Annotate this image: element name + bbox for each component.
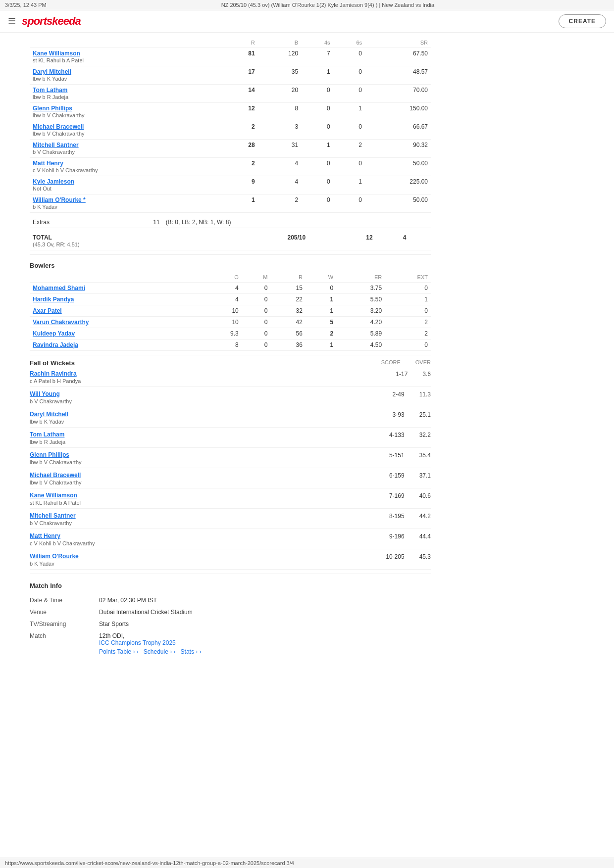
extras-detail: (B: 0, LB: 2, NB: 1, W: 8) <box>163 217 431 228</box>
bowler-er: 5.50 <box>336 294 385 305</box>
bowler-col-m: M <box>242 272 271 283</box>
bowler-overs: 10 <box>202 317 242 328</box>
fow-score-header: SCORE <box>381 359 401 367</box>
fow-player-info: Rachin Ravindra c A Patel b H Pandya <box>30 370 81 385</box>
bowler-name-link[interactable]: Varun Chakravarthy <box>33 319 89 326</box>
points-table-link[interactable]: Points Table › <box>99 648 139 655</box>
batsman-sixes: 1 <box>333 176 365 194</box>
fow-over: 3.6 <box>422 371 431 385</box>
bowler-er: 4.20 <box>336 317 385 328</box>
batsman-balls: 2 <box>258 194 301 213</box>
bowler-ext: 0 <box>385 283 431 294</box>
bowler-name-link[interactable]: Axar Patel <box>33 307 62 314</box>
fow-player-link[interactable]: William O'Rourke <box>30 553 79 560</box>
fow-score-values: 3-93 25.1 <box>386 410 431 425</box>
batsman-name-link[interactable]: Tom Latham <box>33 87 67 94</box>
bowler-er: 3.20 <box>336 305 385 317</box>
fow-player-link[interactable]: Michael Bracewell <box>30 472 81 479</box>
batsman-fours: 0 <box>301 103 333 121</box>
fow-player-link[interactable]: Daryl Mitchell <box>30 411 68 418</box>
fow-over: 32.2 <box>419 432 431 445</box>
batsman-name-link[interactable]: Daryl Mitchell <box>33 68 71 75</box>
batting-row: Matt Henry c V Kohli b V Chakravarthy 2 … <box>30 158 431 176</box>
bowler-wickets: 2 <box>306 328 336 339</box>
icc-champions-trophy-link[interactable]: ICC Champions Trophy 2025 <box>99 639 176 646</box>
hamburger-icon[interactable]: ☰ <box>8 16 16 27</box>
bowlers-table: O M R W ER EXT Mohammed Shami 4 0 15 0 3… <box>30 272 431 351</box>
bowler-wickets: 0 <box>306 283 336 294</box>
batsman-runs: 1 <box>224 194 258 213</box>
bowler-wickets: 5 <box>306 317 336 328</box>
fow-score-values: 8-195 44.2 <box>386 512 431 527</box>
fow-item: Matt Henry c V Kohli b V Chakravarthy 9-… <box>30 532 431 549</box>
fow-player-link[interactable]: Mitchell Santner <box>30 512 76 519</box>
fow-list: Rachin Ravindra c A Patel b H Pandya 1-1… <box>30 370 431 570</box>
fow-score: 9-196 <box>389 533 405 547</box>
fow-player-link[interactable]: Kane Williamson <box>30 492 77 499</box>
batsman-name-link[interactable]: William O'Rourke * <box>33 196 86 203</box>
bowler-name-link[interactable]: Hardik Pandya <box>33 296 74 303</box>
fow-dismissal: b V Chakravarthy <box>30 520 72 526</box>
fow-over: 45.3 <box>419 553 431 567</box>
schedule-link[interactable]: Schedule › <box>144 648 176 655</box>
logo[interactable]: sportskeeda <box>22 15 81 28</box>
fow-over: 40.6 <box>419 492 431 506</box>
fow-player-link[interactable]: Rachin Ravindra <box>30 370 77 377</box>
batsman-name-link[interactable]: Matt Henry <box>33 160 63 167</box>
fow-over: 11.3 <box>419 391 431 405</box>
bowler-wickets: 1 <box>306 294 336 305</box>
match-info-row-tv: TV/Streaming Star Sports <box>30 618 431 630</box>
fow-player-link[interactable]: Glenn Phillips <box>30 451 69 458</box>
fow-item: Michael Bracewell lbw b V Chakravarthy 6… <box>30 471 431 488</box>
bowler-name-cell: Ravindra Jadeja <box>30 339 202 351</box>
batsman-name-link[interactable]: Kyle Jamieson <box>33 178 74 185</box>
fow-player-info: Will Young b V Chakravarthy <box>30 390 72 405</box>
stats-link[interactable]: Stats › <box>181 648 202 655</box>
divider-2 <box>30 355 431 355</box>
fow-player-link[interactable]: Matt Henry <box>30 532 60 539</box>
batsman-fours: 0 <box>301 85 333 103</box>
header: ☰ sportskeeda CREATE <box>0 10 614 33</box>
batsman-runs: 9 <box>224 176 258 194</box>
batsman-sr: 225.00 <box>365 176 431 194</box>
fow-player-info: Matt Henry c V Kohli b V Chakravarthy <box>30 532 95 547</box>
total-sr-empty <box>409 232 431 250</box>
total-wkts: 12 <box>330 232 376 250</box>
batsman-name-cell: Kyle Jamieson Not Out <box>30 176 224 194</box>
bowler-name-cell: Axar Patel <box>30 305 202 317</box>
match-info-title: Match Info <box>30 582 431 589</box>
match-info-value-date: 02 Mar, 02:30 PM IST <box>99 594 431 606</box>
batsman-sixes: 0 <box>333 85 365 103</box>
bowler-maidens: 0 <box>242 328 271 339</box>
bowler-runs: 56 <box>271 328 306 339</box>
bowler-overs: 4 <box>202 294 242 305</box>
bowler-name-cell: Varun Chakravarthy <box>30 317 202 328</box>
fow-player-link[interactable]: Tom Latham <box>30 431 64 438</box>
batsman-runs: 14 <box>224 85 258 103</box>
batsman-dismissal: lbw b V Chakravarthy <box>33 131 85 137</box>
match-info-label-match: Match <box>30 630 99 658</box>
bowler-name-link[interactable]: Kuldeep Yadav <box>33 330 75 337</box>
batsman-name-link[interactable]: Mitchell Santner <box>33 142 79 148</box>
batsman-sixes: 2 <box>333 140 365 158</box>
batsman-name-link[interactable]: Glenn Phillips <box>33 105 72 112</box>
batsman-balls: 20 <box>258 85 301 103</box>
bowler-wickets: 1 <box>306 305 336 317</box>
fow-player-link[interactable]: Will Young <box>30 390 60 397</box>
fow-over: 37.1 <box>419 472 431 486</box>
bowler-row: Axar Patel 10 0 32 1 3.20 0 <box>30 305 431 317</box>
batsman-sr: 50.00 <box>365 194 431 213</box>
bowler-row: Mohammed Shami 4 0 15 0 3.75 0 <box>30 283 431 294</box>
bowler-name-link[interactable]: Mohammed Shami <box>33 285 85 291</box>
total-detail: (45.3 Ov, RR: 4.51) <box>33 241 80 247</box>
batsman-name-link[interactable]: Kane Williamson <box>33 50 80 57</box>
fow-dismissal: c A Patel b H Pandya <box>30 378 81 384</box>
batsman-name-link[interactable]: Michael Bracewell <box>33 123 84 130</box>
batsman-fours: 0 <box>301 176 333 194</box>
batsman-dismissal: lbw b V Chakravarthy <box>33 112 85 118</box>
create-button[interactable]: CREATE <box>559 14 606 28</box>
bowler-name-cell: Hardik Pandya <box>30 294 202 305</box>
batsman-fours: 7 <box>301 48 333 66</box>
bowler-name-link[interactable]: Ravindra Jadeja <box>33 341 78 348</box>
fow-dismissal: lbw b V Chakravarthy <box>30 459 82 465</box>
